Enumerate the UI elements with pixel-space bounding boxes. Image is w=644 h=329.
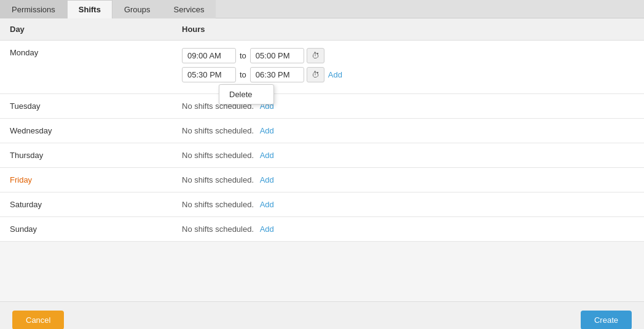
footer: Cancel Create [0, 301, 644, 329]
main-content: Day Hours Monday to ⏱ [0, 18, 644, 301]
no-shifts-text: No shifts scheduled. [182, 224, 254, 234]
delete-menu-item[interactable]: Delete [219, 85, 273, 104]
to-label-1: to [240, 51, 246, 60]
day-label: Monday [0, 41, 172, 94]
shift2-dropdown-menu: Delete [219, 84, 274, 105]
no-shifts-text: No shifts scheduled. [182, 175, 254, 184]
day-label: Friday [0, 168, 172, 192]
day-label: Wednesday [0, 119, 172, 143]
day-label: Tuesday [0, 94, 172, 119]
thursday-add-link[interactable]: Add [260, 151, 274, 160]
shift-row-2: to ⏱ Add Delete [182, 67, 634, 82]
friday-add-link[interactable]: Add [260, 175, 274, 184]
table-row: Saturday No shifts scheduled. Add [0, 192, 644, 217]
no-shifts-text: No shifts scheduled. [182, 200, 254, 209]
shift-row-1: to ⏱ [182, 48, 634, 63]
monday-add-link[interactable]: Add [328, 70, 342, 79]
tab-groups[interactable]: Groups [112, 0, 162, 18]
create-button[interactable]: Create [581, 311, 632, 329]
shift2-start-input[interactable] [182, 67, 236, 82]
col-day-header: Day [0, 18, 172, 41]
hours-cell: to ⏱ to ⏱ Add Delete [172, 41, 644, 94]
shift1-end-input[interactable] [250, 48, 304, 63]
tab-permissions[interactable]: Permissions [0, 0, 67, 18]
shift1-clock-button[interactable]: ⏱ [307, 48, 324, 63]
day-label: Saturday [0, 192, 172, 217]
cancel-button[interactable]: Cancel [12, 311, 64, 329]
table-row: Friday No shifts scheduled. Add [0, 168, 644, 192]
table-row: Sunday No shifts scheduled. Add [0, 217, 644, 242]
no-shifts-text: No shifts scheduled. [182, 151, 254, 160]
tab-shifts[interactable]: Shifts [67, 0, 112, 18]
table-row: Tuesday No shifts scheduled. Add [0, 94, 644, 119]
hours-cell: No shifts scheduled. Add [172, 168, 644, 192]
table-row: Thursday No shifts scheduled. Add [0, 143, 644, 168]
hours-cell: No shifts scheduled. Add [172, 217, 644, 242]
day-label: Sunday [0, 217, 172, 242]
day-label: Thursday [0, 143, 172, 168]
hours-cell: No shifts scheduled. Add [172, 119, 644, 143]
table-row: Wednesday No shifts scheduled. Add [0, 119, 644, 143]
hours-cell: No shifts scheduled. Add [172, 192, 644, 217]
wednesday-add-link[interactable]: Add [260, 126, 274, 135]
no-shifts-text: No shifts scheduled. [182, 126, 254, 135]
hours-cell: No shifts scheduled. Add [172, 143, 644, 168]
shift2-clock-button[interactable]: ⏱ [307, 67, 324, 82]
schedule-table: Day Hours Monday to ⏱ [0, 18, 644, 242]
tab-services[interactable]: Services [162, 0, 216, 18]
saturday-add-link[interactable]: Add [260, 200, 274, 209]
table-row: Monday to ⏱ to ⏱ Add [0, 41, 644, 94]
col-hours-header: Hours [172, 18, 644, 41]
shift2-end-input[interactable] [250, 67, 304, 82]
sunday-add-link[interactable]: Add [260, 224, 274, 234]
to-label-2: to [240, 70, 246, 79]
tab-bar: Permissions Shifts Groups Services [0, 0, 644, 18]
shift1-start-input[interactable] [182, 48, 236, 63]
